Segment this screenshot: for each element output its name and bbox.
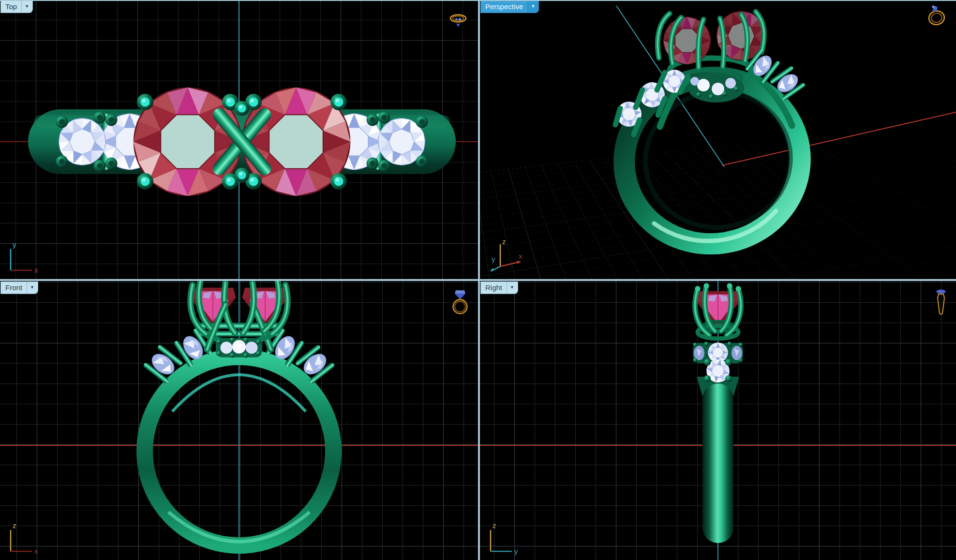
viewport-tab-label[interactable]: Top — [1, 1, 21, 13]
ring-model-perspective-view[interactable] — [480, 0, 956, 279]
ring-model-right-view[interactable] — [480, 281, 956, 560]
ring-model-top-view[interactable] — [0, 0, 478, 279]
window-top-edge — [0, 0, 956, 1]
viewport-tab-perspective[interactable]: Perspective ▼ — [481, 1, 538, 13]
viewport-tab-dropdown-icon[interactable]: ▼ — [21, 1, 32, 13]
axis-gizmo-front: z x — [4, 517, 45, 558]
axis-label-z: z — [13, 521, 16, 530]
viewport-right[interactable]: Right ▼ z y — [480, 281, 956, 560]
ring-orientation-icon-front — [450, 288, 470, 316]
axis-label-x: x — [34, 266, 38, 274]
viewport-tab-dropdown-icon[interactable]: ▼ — [527, 1, 538, 13]
axis-label-z: z — [493, 521, 496, 530]
axis-label-x: x — [519, 252, 523, 260]
viewport-tab-dropdown-icon[interactable]: ▼ — [27, 282, 38, 294]
viewport-perspective[interactable]: Perspective ▼ z y x — [480, 0, 956, 279]
viewport-tab-label[interactable]: Right — [481, 282, 507, 294]
viewport-tab-front[interactable]: Front ▼ — [1, 282, 38, 294]
axis-label-x: x — [34, 547, 38, 555]
ring-orientation-icon-perspective — [925, 4, 947, 27]
axis-label-y: y — [514, 547, 518, 555]
axis-gizmo-top: y x — [4, 236, 45, 277]
ring-orientation-icon-top — [448, 11, 468, 29]
axis-label-y: y — [492, 255, 495, 263]
viewport-top[interactable]: Top ▼ y x — [0, 0, 478, 279]
viewport-tab-dropdown-icon[interactable]: ▼ — [507, 282, 518, 294]
ring-orientation-icon-right — [935, 288, 947, 317]
ring-model-front-view[interactable] — [0, 281, 478, 560]
viewport-tab-right[interactable]: Right ▼ — [481, 282, 518, 294]
axis-label-y: y — [13, 240, 16, 249]
viewport-tab-label[interactable]: Perspective — [481, 1, 527, 13]
cad-application-window: Top ▼ y x — [0, 0, 956, 560]
axis-label-z: z — [502, 237, 506, 246]
viewport-front[interactable]: Front ▼ z x — [0, 281, 478, 560]
viewport-tab-top[interactable]: Top ▼ — [1, 1, 32, 13]
viewport-grid: Top ▼ y x — [0, 0, 956, 560]
axis-gizmo-right: z y — [484, 517, 524, 558]
axis-gizmo-perspective: z y x — [484, 236, 528, 277]
viewport-tab-label[interactable]: Front — [1, 282, 27, 294]
